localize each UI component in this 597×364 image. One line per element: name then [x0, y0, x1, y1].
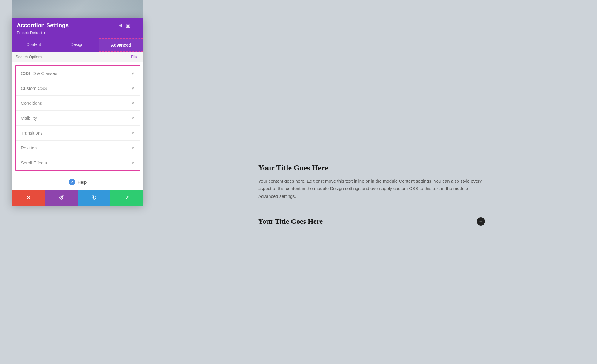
section-label-visibility: Visibility	[21, 115, 37, 121]
help-section: ? Help	[12, 174, 143, 190]
panel-header-icons: ⊞ ▣ ⋮	[118, 23, 139, 28]
accordion-item-closed[interactable]: Your Title Goes Here +	[258, 212, 485, 230]
section-label-conditions: Conditions	[21, 101, 42, 106]
chevron-scroll-effects-icon: ∨	[131, 161, 134, 165]
section-label-position: Position	[21, 145, 37, 150]
content-area: Your Title Goes Here Your content goes h…	[146, 0, 597, 364]
panel-footer: ✕ ↺ ↻ ✓	[12, 190, 143, 206]
top-image-hands	[12, 0, 143, 19]
section-position[interactable]: Position ∨	[16, 141, 140, 155]
section-label-custom-css: Custom CSS	[21, 86, 47, 91]
tab-design-label: Design	[70, 42, 84, 47]
tab-content[interactable]: Content	[12, 38, 55, 52]
redo-icon: ↻	[92, 194, 97, 201]
save-button[interactable]: ✓	[110, 190, 143, 206]
tab-design[interactable]: Design	[55, 38, 99, 52]
undo-icon: ↺	[59, 194, 64, 201]
chevron-custom-css-icon: ∨	[131, 86, 134, 91]
cancel-icon: ✕	[26, 195, 31, 201]
filter-button[interactable]: + Filter	[128, 55, 140, 59]
accordion-item-open: Your Title Goes Here Your content goes h…	[258, 164, 485, 206]
section-label-scroll-effects: Scroll Effects	[21, 160, 47, 165]
section-label-transitions: Transitions	[21, 130, 43, 135]
accordion-open-title: Your Title Goes Here	[258, 164, 485, 172]
search-bar: + Filter	[12, 52, 143, 62]
help-icon: ?	[69, 179, 75, 185]
accordion-toggle-icon[interactable]: +	[477, 217, 485, 226]
sections-list: CSS ID & Classes ∨ Custom CSS ∨ Conditio…	[15, 65, 140, 171]
section-custom-css[interactable]: Custom CSS ∨	[16, 81, 140, 96]
accordion-settings-panel: Accordion Settings ⊞ ▣ ⋮ Preset: Default…	[12, 18, 143, 206]
chevron-conditions-icon: ∨	[131, 101, 134, 106]
chevron-visibility-icon: ∨	[131, 116, 134, 121]
preset-label: Preset: Default	[17, 30, 42, 35]
panel-header: Accordion Settings ⊞ ▣ ⋮ Preset: Default…	[12, 18, 143, 38]
accordion-content: Your Title Goes Here Your content goes h…	[258, 164, 485, 231]
chevron-transitions-icon: ∨	[131, 131, 134, 135]
redo-button[interactable]: ↻	[78, 190, 110, 206]
section-scroll-effects[interactable]: Scroll Effects ∨	[16, 155, 140, 170]
tab-content-label: Content	[26, 42, 41, 47]
top-image-overlay	[12, 0, 143, 19]
accordion-closed-title: Your Title Goes Here	[258, 218, 323, 226]
sidebar-icon[interactable]: ▣	[126, 23, 130, 28]
section-conditions[interactable]: Conditions ∨	[16, 96, 140, 111]
cancel-button[interactable]: ✕	[12, 190, 45, 206]
search-input[interactable]	[16, 55, 125, 59]
chevron-css-id-icon: ∨	[131, 71, 134, 76]
section-label-css-id: CSS ID & Classes	[21, 71, 57, 76]
chevron-position-icon: ∨	[131, 146, 134, 150]
preset-selector[interactable]: Preset: Default ▾	[17, 30, 139, 35]
preset-arrow: ▾	[44, 30, 46, 35]
section-css-id-classes[interactable]: CSS ID & Classes ∨	[16, 66, 140, 81]
more-icon[interactable]: ⋮	[134, 23, 139, 28]
tab-advanced-label: Advanced	[111, 43, 131, 47]
accordion-divider	[258, 206, 485, 206]
accordion-open-body: Your content goes here. Edit or remove t…	[258, 177, 485, 200]
help-label[interactable]: Help	[78, 180, 87, 185]
tab-advanced[interactable]: Advanced	[99, 38, 143, 52]
save-icon: ✓	[125, 195, 129, 201]
section-transitions[interactable]: Transitions ∨	[16, 126, 140, 141]
panel-header-top: Accordion Settings ⊞ ▣ ⋮	[17, 22, 139, 29]
section-visibility[interactable]: Visibility ∨	[16, 111, 140, 126]
undo-button[interactable]: ↺	[45, 190, 78, 206]
panel-tabs: Content Design Advanced	[12, 38, 143, 52]
panel-title: Accordion Settings	[17, 22, 69, 29]
expand-icon[interactable]: ⊞	[118, 23, 122, 28]
